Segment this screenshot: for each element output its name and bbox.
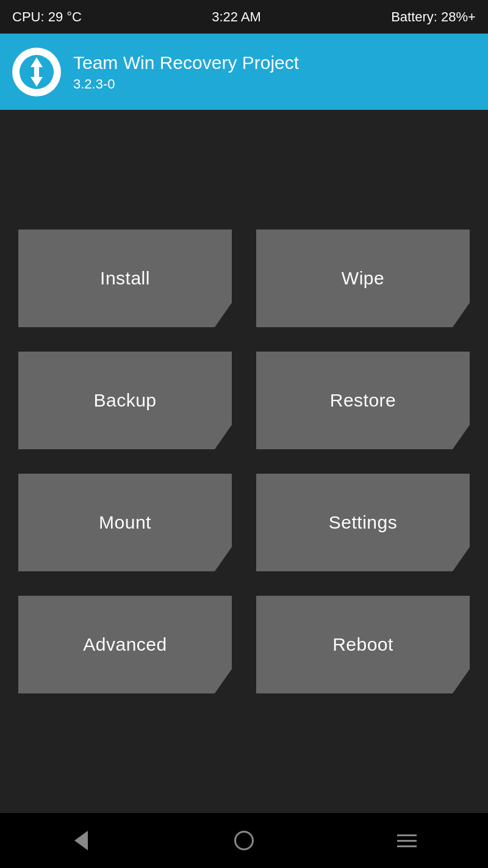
wipe-button[interactable]: Wipe [256,230,470,327]
menu-icon [397,834,417,847]
main-content: Install Wipe Backup Restore Mount Settin… [0,110,488,813]
cpu-status: CPU: 29 °C [12,9,82,25]
time-status: 3:22 AM [212,9,261,25]
home-icon [234,831,254,850]
status-bar: CPU: 29 °C 3:22 AM Battery: 28%+ [0,0,488,34]
reboot-button[interactable]: Reboot [256,596,470,693]
mount-button[interactable]: Mount [18,474,232,571]
button-grid: Install Wipe Backup Restore Mount Settin… [18,230,470,693]
nav-menu-button[interactable] [389,822,425,859]
back-icon [74,831,88,850]
install-button[interactable]: Install [18,230,232,327]
backup-button[interactable]: Backup [18,352,232,449]
settings-button[interactable]: Settings [256,474,470,571]
app-version: 3.2.3-0 [73,76,299,92]
nav-home-button[interactable] [226,822,262,859]
app-title: Team Win Recovery Project [73,52,299,74]
header-text: Team Win Recovery Project 3.2.3-0 [73,52,299,92]
app-logo [12,48,61,96]
restore-button[interactable]: Restore [256,352,470,449]
battery-status: Battery: 28%+ [391,9,476,25]
app-header: Team Win Recovery Project 3.2.3-0 [0,34,488,110]
advanced-button[interactable]: Advanced [18,596,232,693]
nav-bar [0,813,488,868]
nav-back-button[interactable] [63,822,99,859]
